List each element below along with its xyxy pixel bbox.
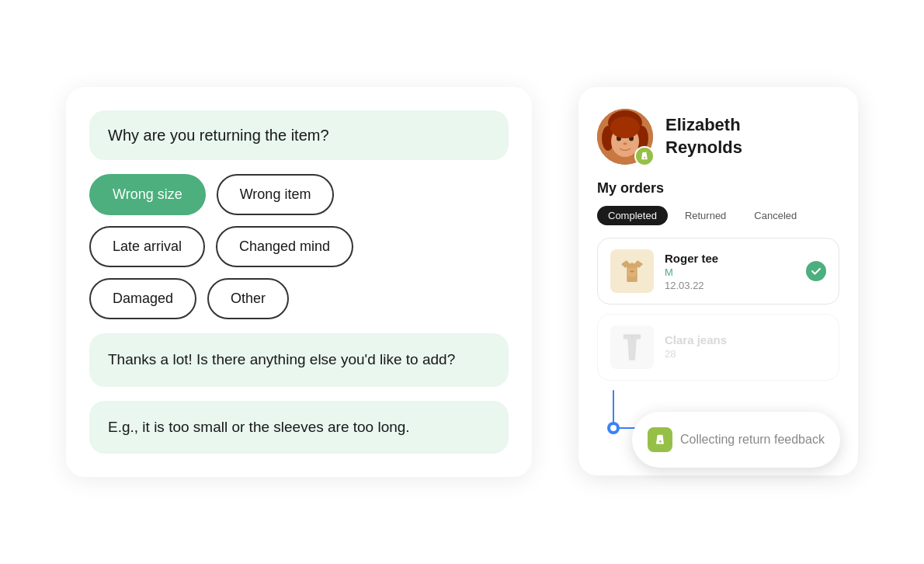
checkmark-icon: [811, 266, 822, 277]
product-variant-roger-tee: M: [665, 266, 795, 278]
order-card-clara-jeans[interactable]: Clara jeans 28: [597, 314, 839, 381]
option-other[interactable]: Other: [207, 278, 289, 319]
product-variant-clara-jeans: 28: [665, 348, 826, 360]
option-damaged[interactable]: Damaged: [89, 278, 196, 319]
product-name-clara-jeans: Clara jeans: [665, 333, 826, 346]
product-info-clara-jeans: Clara jeans 28: [665, 333, 826, 361]
product-thumb-clara-jeans: [610, 326, 654, 369]
pants-icon: [618, 333, 646, 361]
option-wrong-size[interactable]: Wrong size: [89, 174, 206, 215]
tab-returned[interactable]: Returned: [674, 206, 737, 225]
tshirt-icon: [618, 257, 646, 285]
check-icon: [806, 261, 826, 281]
follow-up-text: Thanks a lot! Is there anything else you…: [108, 351, 455, 367]
right-panel: ElizabethReynolds My orders Completed Re…: [578, 87, 858, 475]
tab-canceled[interactable]: Canceled: [743, 206, 808, 225]
orders-title: My orders: [597, 180, 839, 197]
feedback-popup: Collecting return feedback: [632, 412, 840, 468]
options-row-1: Wrong size Wrong item: [89, 174, 509, 215]
tab-completed[interactable]: Completed: [597, 206, 668, 225]
product-date-roger-tee: 12.03.22: [665, 280, 795, 291]
feedback-text: Collecting return feedback: [680, 433, 825, 447]
main-container: Why are you returning the item? Wrong si…: [35, 64, 889, 500]
order-card-roger-tee[interactable]: Roger tee M 12.03.22: [597, 238, 839, 305]
shopify-logo-icon: [653, 433, 667, 447]
question-text: Why are you returning the item?: [108, 127, 329, 144]
product-thumb-roger-tee: [610, 249, 654, 293]
shopify-icon: [639, 151, 650, 162]
svg-point-8: [610, 117, 640, 138]
tabs: Completed Returned Canceled: [597, 206, 839, 225]
feedback-popup-wrapper: Collecting return feedback: [597, 390, 839, 460]
svg-point-7: [624, 143, 627, 145]
option-changed-mind[interactable]: Changed mind: [216, 226, 353, 267]
avatar-wrapper: [597, 109, 653, 165]
placeholder-text: E.g., it is too small or the sleeves are…: [108, 419, 410, 435]
options-row-2: Late arrival Changed mind: [89, 226, 509, 267]
user-header: ElizabethReynolds: [597, 109, 839, 165]
question-bubble: Why are you returning the item?: [89, 110, 509, 160]
product-name-roger-tee: Roger tee: [665, 252, 795, 265]
follow-up-bubble: Thanks a lot! Is there anything else you…: [89, 333, 509, 387]
connector-dot-inner: [610, 425, 617, 431]
feedback-shopify-icon: [648, 427, 672, 452]
options-grid: Wrong size Wrong item Late arrival Chang…: [89, 174, 509, 319]
product-info-roger-tee: Roger tee M 12.03.22: [665, 252, 795, 291]
left-panel: Why are you returning the item? Wrong si…: [66, 87, 532, 477]
option-late-arrival[interactable]: Late arrival: [89, 226, 205, 267]
user-name: ElizabethReynolds: [665, 114, 742, 158]
shopify-badge: [634, 146, 655, 166]
option-wrong-item[interactable]: Wrong item: [217, 174, 335, 215]
placeholder-bubble: E.g., it is too small or the sleeves are…: [89, 401, 509, 454]
options-row-3: Damaged Other: [89, 278, 509, 319]
